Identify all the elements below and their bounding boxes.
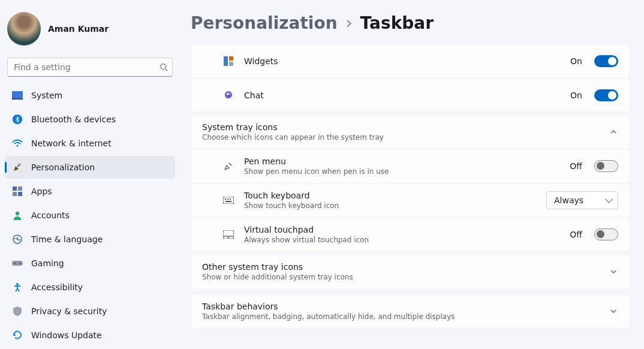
row-title: Pen menu: [244, 157, 560, 166]
svg-rect-7: [13, 186, 17, 191]
svg-point-11: [16, 212, 19, 215]
widgets-toggle[interactable]: [594, 55, 618, 67]
toggle-state: Off: [570, 230, 582, 239]
user-name: Aman Kumar: [48, 24, 109, 34]
svg-point-16: [16, 283, 19, 285]
row-sub: Show touch keyboard icon: [244, 201, 537, 210]
svg-rect-24: [225, 198, 226, 200]
row-widgets: Widgets On: [191, 44, 629, 78]
svg-rect-6: [17, 163, 21, 167]
nav-gaming[interactable]: Gaming: [5, 252, 175, 275]
svg-line-22: [229, 163, 231, 166]
apps-icon: [12, 186, 23, 197]
svg-rect-13: [12, 261, 23, 266]
svg-rect-18: [229, 56, 233, 61]
main: Personalization Taskbar Widgets On Chat …: [180, 0, 644, 349]
row-title: Virtual touchpad: [244, 225, 560, 234]
user-block[interactable]: Aman Kumar: [5, 12, 175, 58]
keyboard-icon: [222, 197, 234, 204]
time-icon: [12, 234, 23, 245]
pen-icon: [222, 161, 234, 172]
row-title: Widgets: [244, 56, 561, 66]
taskbar-behaviors-card[interactable]: Taskbar behaviors Taskbar alignment, bad…: [191, 294, 630, 329]
breadcrumb-current: Taskbar: [360, 13, 434, 33]
row-sub: Show pen menu icon when pen is in use: [244, 167, 560, 176]
nav-system[interactable]: System: [5, 84, 175, 107]
svg-rect-9: [13, 192, 17, 196]
search-input[interactable]: [7, 58, 173, 77]
svg-rect-27: [225, 201, 231, 202]
svg-rect-23: [223, 197, 234, 204]
nav-accounts[interactable]: Accounts: [5, 204, 175, 227]
wifi-icon: [12, 138, 23, 149]
system-tray-header[interactable]: System tray icons Choose which icons can…: [191, 115, 629, 149]
privacy-icon: [12, 306, 23, 317]
virtual-touchpad-toggle[interactable]: [594, 228, 618, 240]
nav-label: System: [31, 91, 62, 100]
svg-rect-2: [12, 91, 23, 98]
breadcrumb-parent[interactable]: Personalization: [191, 13, 338, 33]
sidebar: Aman Kumar System Bluetooth & devices Ne…: [0, 0, 180, 349]
row-touch-keyboard: Touch keyboard Show touch keyboard icon …: [191, 183, 629, 217]
section-title: Other system tray icons: [202, 262, 599, 272]
nav-label: Accounts: [31, 210, 70, 220]
widgets-icon: [222, 56, 234, 66]
svg-rect-17: [224, 56, 228, 66]
pen-toggle[interactable]: [594, 160, 618, 172]
system-tray-card: System tray icons Choose which icons can…: [191, 115, 630, 252]
other-tray-card[interactable]: Other system tray icons Show or hide add…: [191, 254, 630, 289]
breadcrumb: Personalization Taskbar: [191, 13, 630, 33]
row-virtual-touchpad: Virtual touchpad Always show virtual tou…: [191, 217, 629, 251]
svg-line-1: [165, 69, 168, 71]
nav-label: Privacy & security: [31, 306, 107, 316]
taskbar-items-card: Widgets On Chat On: [191, 44, 630, 112]
nav: System Bluetooth & devices Network & int…: [5, 84, 175, 347]
nav-label: Accessibility: [31, 282, 83, 292]
svg-point-5: [16, 145, 18, 146]
section-sub: Taskbar alignment, badging, automaticall…: [202, 312, 599, 321]
chevron-down-icon: [609, 306, 618, 316]
nav-personalization[interactable]: Personalization: [5, 156, 175, 179]
svg-rect-3: [12, 98, 23, 100]
nav-bluetooth[interactable]: Bluetooth & devices: [5, 108, 175, 131]
section-title: System tray icons: [202, 122, 599, 132]
nav-time[interactable]: Time & language: [5, 228, 175, 251]
toggle-state: Off: [570, 161, 582, 171]
toggle-state: On: [570, 91, 582, 100]
chevron-up-icon: [609, 127, 618, 137]
svg-point-15: [19, 263, 20, 264]
nav-label: Gaming: [31, 258, 64, 268]
chat-toggle[interactable]: [594, 89, 618, 101]
svg-rect-26: [230, 198, 231, 200]
touch-keyboard-select[interactable]: Always: [546, 191, 618, 209]
chevron-down-icon: [609, 267, 618, 276]
accounts-icon: [12, 210, 23, 221]
accessibility-icon: [12, 282, 23, 293]
search-box[interactable]: [7, 58, 173, 77]
nav-apps[interactable]: Apps: [5, 180, 175, 203]
nav-label: Apps: [31, 186, 52, 196]
nav-privacy[interactable]: Privacy & security: [5, 300, 175, 323]
nav-accessibility[interactable]: Accessibility: [5, 276, 175, 299]
toggle-state: On: [570, 56, 582, 66]
personalization-icon: [12, 162, 23, 173]
svg-rect-10: [18, 192, 22, 196]
search-icon: [160, 63, 168, 71]
touchpad-icon: [222, 230, 234, 239]
nav-label: Time & language: [31, 234, 103, 244]
nav-update[interactable]: Windows Update: [5, 324, 175, 347]
chat-icon: [222, 91, 234, 100]
nav-network[interactable]: Network & internet: [5, 132, 175, 155]
svg-rect-25: [227, 198, 228, 200]
svg-rect-8: [18, 186, 22, 191]
svg-rect-19: [229, 62, 233, 66]
row-chat: Chat On: [191, 78, 629, 112]
svg-point-14: [14, 263, 16, 264]
row-pen-menu: Pen menu Show pen menu icon when pen is …: [191, 149, 629, 183]
section-sub: Choose which icons can appear in the sys…: [202, 133, 599, 142]
row-title: Chat: [244, 91, 561, 100]
row-title: Touch keyboard: [244, 191, 537, 200]
gaming-icon: [12, 258, 23, 269]
bluetooth-icon: [12, 114, 23, 125]
system-icon: [12, 90, 23, 101]
